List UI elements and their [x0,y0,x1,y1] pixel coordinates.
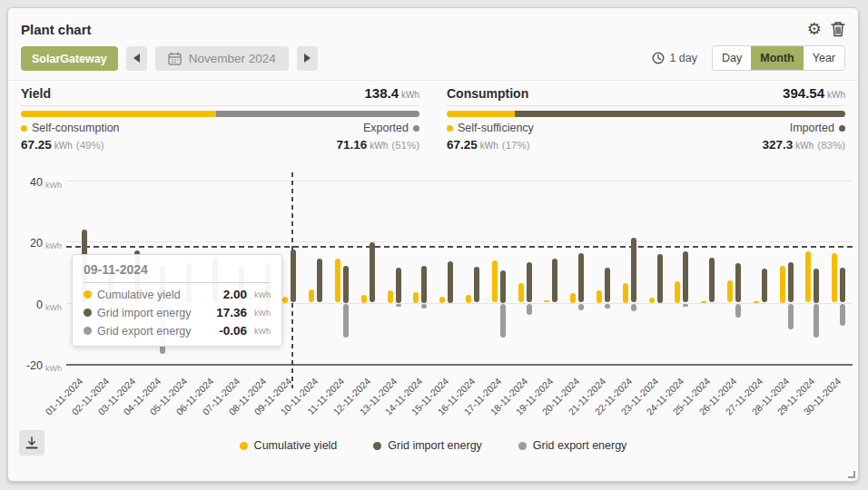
bar-import-12-11-2024[interactable] [370,242,375,302]
bar-import-16-11-2024[interactable] [474,267,479,302]
bar-yield-24-11-2024[interactable] [675,281,680,303]
legend-item-grid-export-energy[interactable]: Grid export energy [518,439,627,452]
card-header: Plant chart ⚙ [8,8,858,37]
bar-import-20-11-2024[interactable] [578,253,584,302]
view-button-month[interactable]: Month [751,46,803,70]
bar-import-28-11-2024[interactable] [788,262,794,303]
chart-tooltip: 09-11-2024 Cumulative yield2.00kWhGrid i… [72,254,282,347]
bar-export-13-11-2024[interactable] [396,304,401,307]
tooltip-row: Cumulative yield2.00kWh [84,288,271,301]
bar-import-13-11-2024[interactable] [396,268,401,303]
bar-yield-09-11-2024[interactable] [282,297,288,303]
resize-handle-icon[interactable] [848,471,855,478]
legend-item-grid-import-energy[interactable]: Grid import energy [373,439,482,452]
bar-yield-17-11-2024[interactable] [492,260,498,303]
bar-import-24-11-2024[interactable] [683,251,688,302]
bar-import-10-11-2024[interactable] [317,259,322,302]
download-button[interactable] [19,430,44,456]
toolbar: SolarGateway November 2024 1 day Day [8,37,858,71]
view-button-year[interactable]: Year [804,46,844,70]
chevron-right-icon [304,54,311,63]
bar-yield-14-11-2024[interactable] [413,292,419,303]
bar-import-19-11-2024[interactable] [552,259,557,303]
next-period-button[interactable] [297,46,318,71]
bar-yield-25-11-2024[interactable] [701,301,706,303]
bar-yield-11-11-2024[interactable] [335,259,340,303]
bar-export-22-11-2024[interactable] [631,304,636,311]
stats-row: Yield 138.4kWh Self-consumption Exported [8,81,858,152]
bar-export-14-11-2024[interactable] [421,304,427,309]
bar-import-25-11-2024[interactable] [709,258,715,302]
view-toggle: DayMonthYear [712,45,845,71]
bar-export-18-11-2024[interactable] [527,304,532,315]
bar-yield-26-11-2024[interactable] [727,280,733,302]
bar-yield-29-11-2024[interactable] [805,251,811,302]
bar-export-29-11-2024[interactable] [814,304,819,338]
bar-export-30-11-2024[interactable] [840,304,845,326]
y-axis-label: 0kWh [19,296,62,312]
bar-export-20-11-2024[interactable] [578,304,584,310]
gateway-button[interactable]: SolarGateway [21,46,118,71]
gridline [66,241,853,242]
page-title: Plant chart [21,22,92,37]
yield-total: 138.4kWh [364,85,419,102]
period-selector-button[interactable]: November 2024 [155,46,289,71]
bar-import-29-11-2024[interactable] [814,269,819,302]
bar-export-11-11-2024[interactable] [343,304,349,338]
bar-yield-13-11-2024[interactable] [388,290,393,303]
yellow-dot-icon [21,125,27,132]
bar-import-26-11-2024[interactable] [735,263,741,303]
bar-yield-20-11-2024[interactable] [570,293,576,302]
bar-import-30-11-2024[interactable] [840,268,845,302]
header-icons: ⚙ [807,21,845,37]
bar-yield-22-11-2024[interactable] [623,283,628,303]
yield-title: Yield [21,86,51,101]
chart-legend: Cumulative yieldGrid import energyGrid e… [240,439,627,452]
self-consumption-value: 67.25kWh(49%) [21,136,104,152]
bar-import-11-11-2024[interactable] [343,266,349,303]
bar-import-22-11-2024[interactable] [631,238,636,303]
bar-import-09-11-2024[interactable] [291,250,296,303]
settings-gear-icon[interactable]: ⚙ [807,21,822,37]
bar-import-17-11-2024[interactable] [500,270,506,302]
bar-yield-15-11-2024[interactable] [439,297,445,303]
bar-yield-16-11-2024[interactable] [466,295,471,302]
bar-yield-27-11-2024[interactable] [754,301,759,303]
bar-import-14-11-2024[interactable] [421,266,427,303]
view-button-day[interactable]: Day [713,46,751,70]
consumption-title: Consumption [447,86,528,101]
bar-export-28-11-2024[interactable] [788,304,794,329]
toolbar-right: 1 day DayMonthYear [652,45,845,71]
bar-export-21-11-2024[interactable] [605,304,610,309]
tooltip-date: 09-11-2024 [84,260,271,283]
bar-import-21-11-2024[interactable] [605,268,610,302]
chevron-left-icon [133,54,140,63]
bar-yield-10-11-2024[interactable] [309,289,314,302]
self-sufficiency-label: Self-sufficiency [447,122,534,134]
tooltip-row: Grid import energy17.36kWh [84,306,271,319]
bar-yield-23-11-2024[interactable] [649,298,655,302]
consumption-progress-bar [447,111,845,117]
gridline [66,181,853,181]
bar-yield-28-11-2024[interactable] [780,266,785,303]
imported-value: 327.3kWh(83%) [763,136,845,152]
imported-label: Imported [790,122,845,134]
prev-period-button[interactable] [126,46,147,71]
plant-chart-card: Plant chart ⚙ SolarGateway November 2024 [7,7,859,482]
bar-import-18-11-2024[interactable] [527,262,532,302]
legend-item-cumulative-yield[interactable]: Cumulative yield [240,439,338,452]
bar-export-24-11-2024[interactable] [683,304,688,307]
consumption-total: 394.54kWh [783,85,845,102]
bar-yield-21-11-2024[interactable] [597,290,602,303]
bar-import-27-11-2024[interactable] [762,269,767,302]
bar-yield-30-11-2024[interactable] [832,253,837,302]
bar-import-23-11-2024[interactable] [657,254,663,303]
bar-export-26-11-2024[interactable] [735,304,741,318]
delete-button[interactable] [831,21,845,37]
bar-export-17-11-2024[interactable] [500,304,506,338]
series-dot-icon [84,290,92,299]
bar-import-15-11-2024[interactable] [448,261,453,303]
bar-yield-18-11-2024[interactable] [518,283,524,302]
bar-yield-12-11-2024[interactable] [361,295,367,302]
self-sufficiency-value: 67.25kWh(17%) [447,136,529,152]
